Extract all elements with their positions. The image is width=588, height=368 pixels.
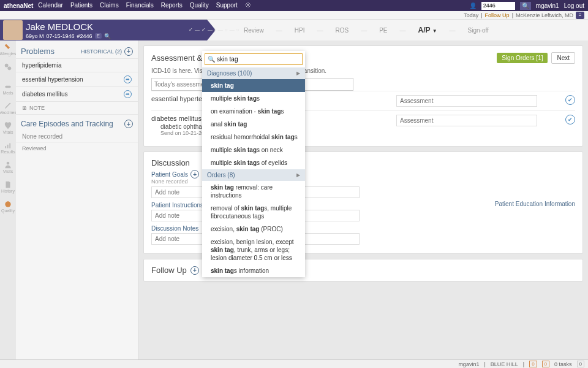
- footer-tasks[interactable]: 0 tasks: [554, 361, 572, 367]
- dropdown-option[interactable]: residual hemorrhoidal skin tags: [202, 131, 305, 144]
- assessment-input[interactable]: [396, 95, 537, 107]
- patient-avatar[interactable]: [3, 20, 23, 40]
- footer-location: BLUE HILL: [491, 361, 518, 367]
- provider-name[interactable]: McKenzie Leftwich, MD: [516, 12, 573, 18]
- problem-item[interactable]: hyperlipidemia: [16, 58, 138, 72]
- rail-results[interactable]: Results: [2, 141, 13, 156]
- assessment-input[interactable]: [396, 115, 537, 126]
- rail-quality[interactable]: Quality: [2, 200, 13, 215]
- global-nav: Calendar Patients Claims Financials Repo…: [38, 2, 469, 9]
- add-goal-button: +: [190, 170, 199, 178]
- svg-point-2: [7, 66, 11, 70]
- next-button[interactable]: Next: [551, 52, 575, 64]
- phase-review[interactable]: Review: [244, 27, 264, 34]
- problem-item[interactable]: diabetes mellitus➦: [16, 86, 138, 101]
- patient-flag[interactable]: E: [95, 33, 102, 39]
- svg-rect-3: [5, 86, 10, 88]
- problems-note[interactable]: 🗎NOTE: [16, 101, 138, 114]
- sign-orders-button[interactable]: Sign Orders [1]: [497, 53, 548, 63]
- dropdown-option[interactable]: multiple skin tags on neck: [202, 144, 305, 156]
- dropdown-option[interactable]: removal of skin tags, multiple fibrocuta…: [202, 202, 305, 223]
- logout-link[interactable]: Log out: [564, 2, 584, 9]
- dropdown-option[interactable]: on examination - skin tags: [202, 105, 305, 118]
- dropdown-option[interactable]: skin tags information: [202, 264, 305, 277]
- check-icon[interactable]: ✔: [565, 95, 575, 105]
- followup-title: Follow Up: [151, 266, 187, 275]
- dropdown-option[interactable]: skin tag removal: care instructions: [202, 181, 305, 202]
- problem-item[interactable]: essential hypertension➦: [16, 72, 138, 86]
- current-user[interactable]: mgavin1: [536, 2, 559, 9]
- phase-ap[interactable]: A/P ▼: [418, 26, 437, 34]
- svg-point-7: [7, 162, 10, 165]
- add-followup-button[interactable]: +: [190, 266, 199, 275]
- dropdown-category-diagnoses[interactable]: Diagnoses (100)▶: [202, 67, 305, 79]
- footer-badge-3[interactable]: 0: [577, 361, 584, 367]
- historical-link[interactable]: HISTORICAL (2): [81, 48, 122, 55]
- rail-dx[interactable]: [2, 63, 13, 77]
- context-subbar: Today | Follow Up | McKenzie Leftwich, M…: [0, 11, 588, 20]
- patient-meta: 69yo M 07-15-1946 #2446 E 🔍: [26, 33, 111, 39]
- patient-education-link[interactable]: Patient Education Information: [495, 201, 575, 207]
- svg-rect-6: [9, 144, 10, 148]
- rail-vitals[interactable]: Vitals: [2, 121, 13, 136]
- status-footer: mgavin1 | BLUE HILL | 0 0 0 tasks 0: [0, 359, 588, 368]
- nav-patients[interactable]: Patients: [70, 2, 92, 9]
- footer-user: mgavin1: [458, 361, 479, 367]
- share-icon[interactable]: ➦: [124, 90, 132, 98]
- rail-allergies[interactable]: Allergies: [2, 43, 13, 58]
- add-problem-button[interactable]: +: [124, 47, 133, 56]
- phase-pe[interactable]: PE: [379, 27, 387, 34]
- svg-point-0: [247, 4, 249, 6]
- dropdown-search[interactable]: 🔍: [205, 53, 303, 65]
- footer-badge-2[interactable]: 0: [542, 361, 549, 367]
- hamburger-icon[interactable]: ≡: [576, 12, 584, 19]
- rail-visits[interactable]: Visits: [2, 161, 13, 175]
- rail-meds[interactable]: Meds: [2, 82, 13, 97]
- search-patient-icon[interactable]: 🔍: [104, 33, 111, 39]
- dropdown-option[interactable]: multiple skin tags: [202, 92, 305, 105]
- share-icon[interactable]: ➦: [124, 75, 132, 83]
- search-icon[interactable]: 🔍: [520, 2, 531, 10]
- episodes-reviewed: Reviewed: [16, 142, 138, 154]
- followup-badge[interactable]: Follow Up: [485, 12, 510, 18]
- nav-claims[interactable]: Claims: [100, 2, 119, 9]
- dropdown-option[interactable]: skin tag: [202, 79, 305, 92]
- nav-quality[interactable]: Quality: [190, 2, 209, 9]
- nav-support[interactable]: Support: [216, 2, 238, 9]
- diagnoses-orders-dropdown: 🔍 Diagnoses (100)▶ skin tagmultiple skin…: [202, 51, 305, 277]
- patient-name[interactable]: Jake MEDLOCK: [26, 21, 111, 32]
- rail-history[interactable]: History: [2, 180, 13, 195]
- episodes-title: Care Episodes and Tracking: [21, 120, 113, 128]
- dropdown-option[interactable]: multiple skin tags of eyelids: [202, 156, 305, 169]
- main-content: Assessment & Plan + DIAGNOSES & ORDERS S…: [138, 40, 588, 368]
- footer-badge-1[interactable]: 0: [529, 361, 537, 367]
- check-icon[interactable]: ✔: [565, 115, 575, 125]
- phase-ros[interactable]: ROS: [335, 27, 349, 34]
- brand-logo[interactable]: athenaNet: [4, 2, 33, 9]
- dropdown-category-orders[interactable]: Orders (8)▶: [202, 169, 305, 181]
- dropdown-option[interactable]: excision, benign lesion, except skin tag…: [202, 236, 305, 264]
- chevron-right-icon: ▶: [296, 172, 300, 178]
- episodes-none: None recorded: [16, 131, 138, 142]
- add-episode-button[interactable]: +: [124, 120, 133, 128]
- gear-icon[interactable]: [245, 2, 251, 9]
- global-search-input[interactable]: [481, 2, 515, 10]
- nav-calendar[interactable]: Calendar: [38, 2, 63, 9]
- rail-vaccines[interactable]: Vaccines: [2, 102, 13, 117]
- dropdown-option[interactable]: anal skin tag: [202, 118, 305, 131]
- phase-signoff[interactable]: Sign-off: [468, 27, 489, 34]
- patient-age: 69yo M: [26, 33, 44, 39]
- dropdown-search-input[interactable]: [217, 56, 300, 63]
- svg-point-8: [5, 201, 10, 207]
- note-icon: 🗎: [22, 105, 28, 111]
- patient-id: #2446: [77, 33, 92, 39]
- chevron-right-icon: ▶: [296, 71, 300, 76]
- chevron-down-icon: ▼: [432, 28, 437, 34]
- assessment-plan-card: Assessment & Plan + DIAGNOSES & ORDERS S…: [143, 45, 583, 147]
- problems-sidebar: Problems HISTORICAL (2) + hyperlipidemia…: [16, 40, 138, 368]
- nav-reports[interactable]: Reports: [161, 2, 183, 9]
- dropdown-option[interactable]: excision, skin tag (PROC): [202, 223, 305, 236]
- today-label: Today: [464, 12, 478, 18]
- phase-hpi[interactable]: HPI: [295, 27, 305, 34]
- nav-financials[interactable]: Financials: [126, 2, 154, 9]
